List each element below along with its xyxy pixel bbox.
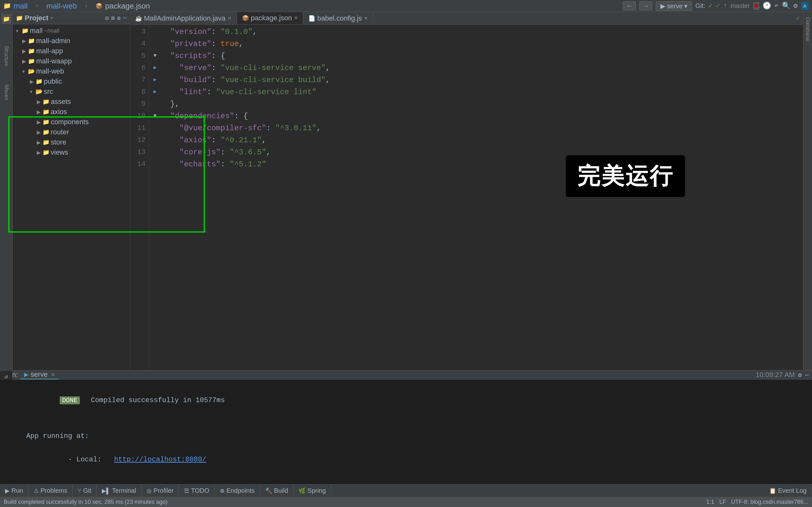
breadcrumb-mallweb[interactable]: mall-web: [46, 2, 77, 10]
terminal-btn-icon: ▶▌: [102, 487, 110, 494]
todo-btn-label: TODO: [191, 487, 209, 494]
undo-icon[interactable]: ↶: [774, 2, 778, 10]
status-todo-btn[interactable]: ☰ TODO: [179, 485, 214, 497]
status-problems-btn[interactable]: ⚠ Problems: [29, 485, 72, 497]
tab-packageJson[interactable]: 📦 package.json ✕: [237, 12, 304, 24]
navigate-fwd-btn[interactable]: →: [639, 1, 653, 10]
tree-item-src[interactable]: ▾ 📂 src: [13, 87, 130, 97]
stop-icon[interactable]: ■: [753, 2, 759, 10]
endpoints-btn-icon: ⊕: [220, 487, 224, 494]
top-bar: 📁 mall › mall-web › 📦 package.json ← → ▶…: [0, 0, 812, 12]
status-run-btn[interactable]: ▶ Run: [0, 485, 29, 497]
tree-item-mall[interactable]: ▾ 📁 mall ~/mall: [13, 26, 130, 36]
terminal-done-line: DONE Compiled successfully in 10577ms: [18, 383, 807, 418]
status-spring-btn[interactable]: 🌿 Spring: [293, 485, 331, 497]
tree-item-public[interactable]: ▶ 📁 public: [13, 76, 130, 87]
dropdown-arrow-icon[interactable]: ▾: [50, 15, 54, 21]
fold-5[interactable]: ▼: [154, 52, 161, 60]
collapse-all-icon[interactable]: ⊟: [105, 14, 109, 21]
run-minimize-icon[interactable]: —: [805, 372, 809, 379]
status-endpoints-btn[interactable]: ⊕ Endpoints: [215, 485, 260, 497]
run-tab-close[interactable]: ✕: [51, 372, 55, 378]
sidebar-maven-btn[interactable]: Maven: [1, 88, 11, 98]
line-num-4: 4: [130, 38, 146, 50]
search-icon[interactable]: 🔍: [782, 2, 791, 10]
breadcrumb-mall[interactable]: mall: [14, 2, 28, 10]
build-btn-label: Build: [274, 487, 288, 494]
tab-babelConfig[interactable]: 📄 babel.config.js ✕: [303, 12, 373, 24]
minimize-icon[interactable]: —: [123, 14, 126, 21]
bottom-status-right: 1:1 LF UTF-8: blog.csdn.master786...: [706, 499, 808, 505]
line-num-11: 11: [130, 122, 146, 134]
tree-item-mall-app[interactable]: ▶ 📁 mall-app: [13, 46, 130, 56]
gear-icon[interactable]: ⚙: [117, 14, 120, 21]
tree-item-router[interactable]: ▶ 📁 router: [13, 127, 130, 137]
tab-label-mallAdmin: MallAdminApplication.java: [144, 14, 225, 22]
file-tree-header: 📁 Project ▾ ⊟ ⊞ ⚙ —: [13, 12, 130, 24]
settings-icon[interactable]: ⚙: [794, 2, 798, 10]
breadcrumb-sep-1: ›: [30, 2, 44, 10]
top-bar-right: ← → ▶ serve ▾ Git: ✓ ✓ ↑ master ■ 🕐 ↶ 🔍 …: [623, 1, 809, 11]
line-num-3: 3: [130, 26, 146, 38]
file-icon: 📦: [96, 3, 102, 9]
tree-item-mall-admin[interactable]: ▶ 📁 mall-admin: [13, 36, 130, 46]
git-btn-label: Git: [83, 487, 91, 494]
fold-8: ▶: [154, 88, 161, 96]
tree-item-views[interactable]: ▶ 📁 views: [13, 147, 130, 158]
eventlog-label: Event Log: [778, 487, 807, 494]
breadcrumb-sep-2: ›: [79, 2, 93, 10]
run-panel-right: 10:09:27 AM ⚙ —: [756, 371, 809, 379]
navigate-back-btn[interactable]: ←: [623, 1, 636, 10]
line-num-9: 9: [130, 98, 146, 110]
code-line-4: "private": true,: [154, 38, 803, 50]
status-terminal-btn[interactable]: ▶▌ Terminal: [97, 485, 142, 497]
terminal-local: - Local: http://localhost:8080/: [18, 442, 807, 477]
local-url[interactable]: http://localhost:8080/: [114, 456, 206, 464]
run-tab-serve[interactable]: ▶ serve ✕: [20, 371, 59, 379]
done-badge: DONE: [60, 396, 80, 404]
bottom-status: Build completed successfully in 10 sec, …: [0, 497, 812, 507]
run-tab-icon: ▶: [24, 371, 29, 378]
status-profiler-btn[interactable]: ◎ Profiler: [142, 485, 179, 497]
run-settings-icon[interactable]: ⚙: [798, 371, 802, 379]
tab-close-mallAdmin[interactable]: ✕: [227, 15, 232, 21]
js-icon: 📄: [308, 15, 315, 22]
status-git-btn[interactable]: ⑂ Git: [72, 485, 97, 497]
plugin-icon[interactable]: ▲: [801, 2, 809, 10]
sidebar-structure-btn[interactable]: Structure: [1, 51, 11, 61]
code-line-11: "@vue/compiler-sfc": "^3.0.11",: [154, 122, 803, 134]
tree-item-mall-web[interactable]: ▾ 📂 mall-web: [13, 66, 130, 76]
tree-item-mall-waapp[interactable]: ▶ 📁 mall-waapp: [13, 56, 130, 66]
tree-item-assets[interactable]: ▶ 📁 assets: [13, 97, 130, 107]
line-num-12: 12: [130, 134, 146, 147]
chinese-text: 完美运行: [577, 163, 674, 188]
breadcrumb-file: package.json: [105, 2, 150, 10]
database-sidebar-label[interactable]: Database: [804, 14, 811, 45]
tab-mallAdminApplication[interactable]: ☕ MallAdminApplication.java ✕: [130, 12, 237, 24]
tab-close-babel[interactable]: ✕: [364, 15, 368, 21]
profiler-btn-label: Profiler: [154, 487, 173, 494]
rerun-icon[interactable]: ↺: [4, 373, 8, 380]
tree-item-axios[interactable]: ▶ 📁 axios: [13, 107, 130, 117]
fold-10[interactable]: ▼: [154, 112, 161, 120]
code-line-3: "version": "0.1.0",: [154, 26, 803, 38]
java-icon: ☕: [135, 15, 142, 22]
run-serve-btn[interactable]: ▶ serve ▾: [656, 1, 692, 11]
sidebar-project-btn[interactable]: 📁: [1, 14, 11, 24]
line-ending: LF: [719, 499, 726, 505]
fold-6: ▶: [154, 64, 161, 72]
spring-btn-icon: 🌿: [299, 487, 305, 494]
cursor-pos: 1:1: [706, 499, 714, 505]
tree-item-components[interactable]: ▶ 📁 components: [13, 117, 130, 127]
spring-btn-label: Spring: [307, 487, 326, 494]
tab-close-package[interactable]: ✕: [294, 15, 298, 21]
line-num-7: 7: [130, 74, 146, 86]
expand-all-icon[interactable]: ⊞: [111, 14, 115, 21]
problems-icon: ⚠: [34, 487, 39, 494]
status-build-btn[interactable]: 🔨 Build: [260, 485, 293, 497]
tree-item-store[interactable]: ▶ 📁 store: [13, 137, 130, 147]
git-branch: master: [730, 2, 750, 9]
editor-tabs: ☕ MallAdminApplication.java ✕ 📦 package.…: [130, 12, 803, 25]
status-eventlog-btn[interactable]: 📋 Event Log: [764, 487, 812, 494]
terminal-blank1: [18, 418, 807, 430]
